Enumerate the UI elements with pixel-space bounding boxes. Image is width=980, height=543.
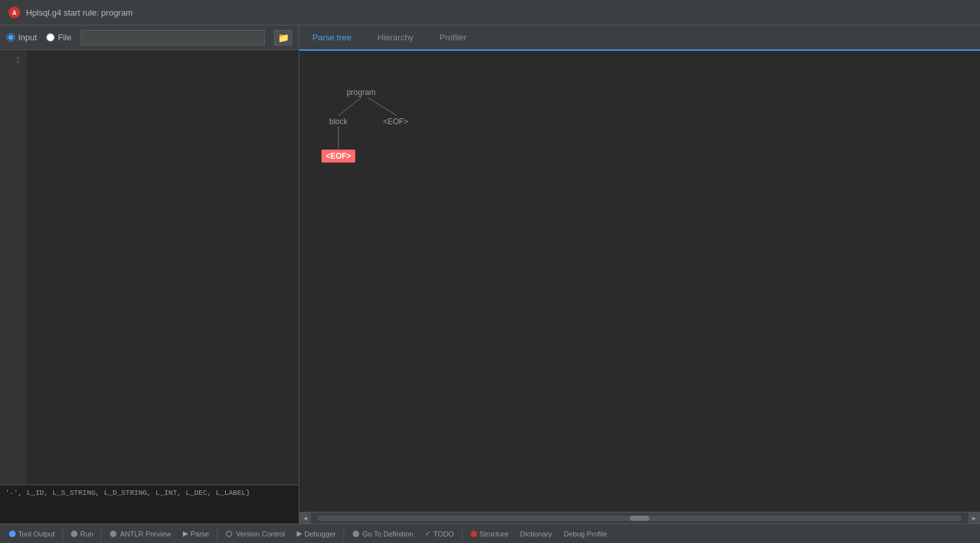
scroll-left-button[interactable]: ◀ xyxy=(299,512,311,524)
taskbar: Tool Output Run ANTLR Preview ▶ Parse Ve… xyxy=(0,523,980,543)
tree-container: program block <EOF> <EOF> xyxy=(319,77,514,196)
tool-output-dot xyxy=(9,531,16,537)
taskbar-debugger[interactable]: ▶ Debugger xyxy=(293,528,340,539)
go-to-def-icon xyxy=(352,530,360,538)
debugger-icon: ▶ xyxy=(297,529,302,538)
file-radio-label[interactable]: File xyxy=(46,33,72,42)
svg-point-2 xyxy=(110,531,116,537)
run-dot xyxy=(71,531,77,537)
svg-point-4 xyxy=(353,531,359,537)
taskbar-tool-output[interactable]: Tool Output xyxy=(5,529,59,539)
tab-parse-tree[interactable]: Parse tree xyxy=(299,25,364,51)
line-number-1: 1 xyxy=(0,54,20,67)
scroll-right-button[interactable]: ▶ xyxy=(968,512,980,524)
radio-group: Input File xyxy=(7,33,72,42)
scrollbar-thumb[interactable] xyxy=(630,516,649,521)
input-radio[interactable] xyxy=(7,33,15,42)
structure-dot xyxy=(470,531,477,537)
parse-tree-area: program block <EOF> <EOF> xyxy=(299,51,980,512)
tree-node-eof1: <EOF> xyxy=(383,117,409,126)
input-radio-label[interactable]: Input xyxy=(7,33,37,42)
tab-profiler[interactable]: Profiler xyxy=(427,25,480,51)
antlr-preview-icon xyxy=(109,530,117,538)
taskbar-divider-1 xyxy=(62,528,63,540)
taskbar-divider-3 xyxy=(217,528,217,540)
taskbar-parse[interactable]: ▶ Parse xyxy=(179,528,213,539)
scrollbar-track[interactable] xyxy=(318,516,962,521)
tree-node-eof2-highlighted[interactable]: <EOF> xyxy=(321,150,355,163)
tree-node-block: block xyxy=(329,117,348,126)
window-title: Hplsql.g4 start rule: program xyxy=(26,8,133,18)
taskbar-antlr-preview[interactable]: ANTLR Preview xyxy=(105,529,174,539)
main-area: Input File 📁 1 '-', L_ID, L_S_STRING, L_… xyxy=(0,25,980,523)
input-file-bar: Input File 📁 xyxy=(0,25,299,50)
taskbar-todo[interactable]: ✓ TODO xyxy=(421,528,458,539)
tree-svg: program block <EOF> <EOF> xyxy=(319,77,514,194)
eof1-node-label: <EOF> xyxy=(383,117,409,126)
right-panel: Parse tree Hierarchy Profiler xyxy=(299,25,980,523)
code-editor: 1 xyxy=(0,50,299,484)
status-text: '-', L_ID, L_S_STRING, L_D_STRING, L_INT… xyxy=(5,489,250,497)
file-browse-button[interactable]: 📁 xyxy=(274,30,292,46)
taskbar-divider-5 xyxy=(462,528,463,540)
antlr-logo-icon: A xyxy=(8,6,21,19)
taskbar-dictionary[interactable]: Dictionary xyxy=(516,529,556,539)
left-status-bar: '-', L_ID, L_S_STRING, L_D_STRING, L_INT… xyxy=(0,484,299,523)
todo-icon: ✓ xyxy=(425,529,431,538)
file-radio[interactable] xyxy=(46,33,55,42)
file-path-input[interactable] xyxy=(81,30,265,46)
folder-icon: 📁 xyxy=(278,33,289,43)
taskbar-divider-2 xyxy=(101,528,102,540)
tree-line-program-block xyxy=(338,98,361,116)
horizontal-scrollbar[interactable]: ◀ ▶ xyxy=(299,512,980,523)
parse-icon: ▶ xyxy=(183,529,188,538)
title-bar: A Hplsql.g4 start rule: program xyxy=(0,0,980,25)
eof2-node-label: <EOF> xyxy=(326,152,351,161)
taskbar-run[interactable]: Run xyxy=(67,529,97,539)
taskbar-divider-4 xyxy=(344,528,344,540)
version-control-icon xyxy=(225,530,233,538)
svg-text:A: A xyxy=(12,10,16,17)
taskbar-version-control[interactable]: Version Control xyxy=(221,529,288,539)
tree-line-program-eof1 xyxy=(368,98,397,116)
tabs-bar: Parse tree Hierarchy Profiler xyxy=(299,25,980,51)
taskbar-go-to-definition[interactable]: Go To Definition xyxy=(348,529,417,539)
left-panel: Input File 📁 1 '-', L_ID, L_S_STRING, L_… xyxy=(0,25,299,523)
svg-point-3 xyxy=(226,531,232,536)
line-numbers: 1 xyxy=(0,50,26,484)
tree-node-program: program xyxy=(347,88,376,97)
block-node-label: block xyxy=(329,117,348,126)
taskbar-structure[interactable]: Structure xyxy=(467,529,513,539)
code-textarea[interactable] xyxy=(26,50,299,484)
program-node-label: program xyxy=(347,88,376,97)
taskbar-debug-profile[interactable]: Debug Profile xyxy=(560,529,611,539)
tab-hierarchy[interactable]: Hierarchy xyxy=(364,25,427,51)
